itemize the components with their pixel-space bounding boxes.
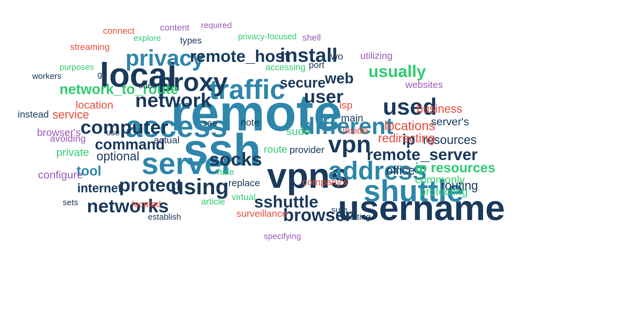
word-specifying: specifying	[264, 232, 301, 240]
word-socks: socks	[209, 150, 262, 168]
word-instead: instead	[18, 110, 49, 119]
word-protecting: protecting	[420, 186, 468, 197]
word-avoiding: avoiding	[50, 134, 86, 143]
word-network_to_route: network_to_route	[60, 82, 178, 96]
word-web: web	[325, 71, 354, 86]
word-locations: locations	[384, 119, 435, 132]
word-office: office	[386, 164, 415, 177]
word-company's: company's	[302, 177, 348, 187]
word-hide: hide	[217, 168, 234, 177]
word-configure: configure	[38, 169, 83, 180]
word-business: business	[417, 103, 462, 115]
word-usually: usually	[368, 63, 426, 80]
word-types: types	[180, 36, 202, 45]
word-main: main	[341, 113, 363, 123]
word-shell: shell	[302, 33, 321, 42]
word-redirecting: redirecting	[378, 132, 435, 144]
word-provider: provider	[290, 145, 324, 155]
word-article: article	[201, 197, 225, 206]
word-workers: workers	[32, 72, 61, 80]
word-server's: server's	[431, 116, 469, 127]
word-located: located	[132, 200, 161, 209]
word-actual: actual	[154, 135, 179, 145]
word-purposes: purposes	[60, 63, 94, 71]
word-note: note	[241, 118, 259, 127]
word-private: private	[56, 147, 89, 158]
word-sshuttle: sshuttle	[254, 193, 318, 210]
word-computer: computer	[80, 118, 168, 137]
word-explore: explore	[133, 34, 161, 42]
word-protect: protect	[119, 176, 182, 194]
word-websites: websites	[405, 80, 443, 90]
word-replace: replace	[228, 178, 260, 188]
word-content: content	[160, 23, 189, 32]
word-optional: optional	[97, 150, 139, 162]
word-sets: sets	[63, 198, 78, 206]
word-secure: secure	[280, 76, 326, 90]
word-ip-resources: ip resources	[415, 161, 495, 175]
word-use: use	[106, 128, 120, 137]
word-sudo: sudo	[286, 126, 310, 137]
word-establish: establish	[148, 213, 181, 221]
word-see: see	[203, 119, 217, 128]
word-internet: internet	[77, 182, 122, 194]
word-accessing: accessing	[265, 63, 306, 72]
word-two: two	[328, 52, 343, 61]
word-connect: connect	[103, 26, 134, 35]
word-streaming: streaming	[70, 43, 110, 52]
word-route: route	[264, 144, 287, 154]
word-isp: isp	[339, 100, 353, 110]
word-often: often	[138, 81, 157, 90]
word-port: port	[309, 61, 324, 70]
word-cloud: remotesshvpnsusernamelocalaccessserversh…	[0, 0, 644, 326]
word-virtual: virtual	[232, 193, 256, 202]
word-commonly: commonly	[415, 174, 465, 185]
word-go: go	[97, 70, 107, 79]
word-utilizing: utilizing	[360, 51, 392, 61]
word-setting: setting	[346, 213, 371, 221]
word-surveillance: surveillance	[236, 209, 287, 218]
word-privacy-focused: privacy-focused	[238, 32, 297, 41]
word-sure: sure	[331, 206, 348, 214]
word-service: service	[52, 109, 89, 120]
word-required: required	[201, 21, 232, 29]
word-inside: inside	[343, 126, 368, 135]
